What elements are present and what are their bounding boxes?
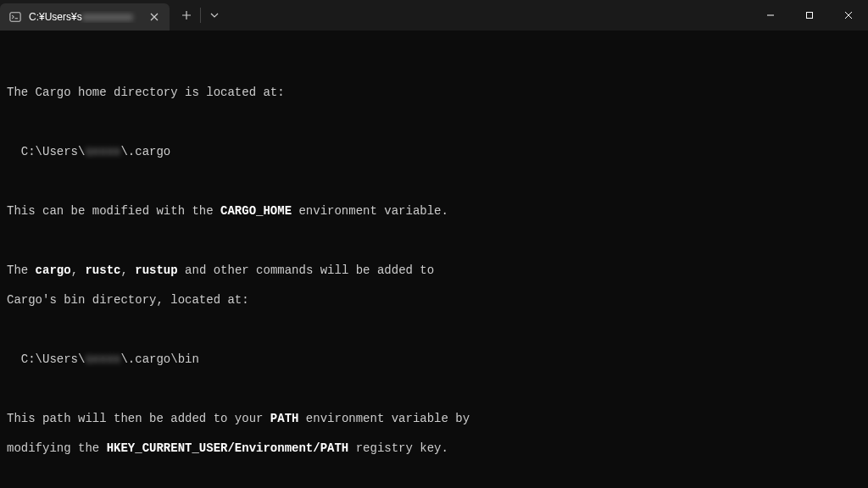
redacted-username: sxxxx: [85, 145, 120, 160]
registry-key: HKEY_CURRENT_USER/Environment/PATH: [107, 441, 349, 455]
tab-actions: [170, 0, 231, 30]
output-text: ,: [71, 263, 86, 277]
output-text: and other commands will be added to: [178, 263, 434, 277]
tab-close-button[interactable]: [147, 10, 161, 24]
terminal-icon: [8, 10, 22, 24]
minimize-button[interactable]: [751, 0, 790, 30]
svg-rect-0: [10, 13, 20, 22]
output-text: C:\Users\: [7, 352, 85, 366]
output-text: The: [7, 263, 36, 277]
output-text: environment variable by: [298, 412, 470, 425]
output-text: \.cargo\bin: [120, 352, 198, 366]
window-controls: [751, 0, 868, 30]
output-text: This can be modified with the: [7, 204, 220, 218]
svg-rect-1: [807, 13, 813, 19]
redacted-username: sxxxx: [85, 352, 120, 368]
output-text: registry key.: [348, 441, 448, 455]
output-text: Cargo's bin directory, located at:: [7, 293, 249, 307]
output-text: C:\Users\: [7, 145, 85, 158]
env-var: PATH: [270, 412, 299, 425]
tab-title: C:¥Users¥sxxxxxxxxxx: [29, 11, 141, 23]
maximize-button[interactable]: [790, 0, 829, 30]
output-text: The Cargo home directory is located at:: [7, 86, 285, 99]
cmd-name: rustup: [135, 263, 177, 277]
new-tab-button[interactable]: [175, 3, 198, 27]
cmd-name: cargo: [36, 263, 71, 277]
terminal-tab[interactable]: C:¥Users¥sxxxxxxxxxx: [0, 3, 170, 30]
env-var: CARGO_HOME: [220, 204, 292, 218]
close-button[interactable]: [829, 0, 868, 30]
output-text: ,: [120, 263, 135, 277]
cmd-name: rustc: [85, 263, 120, 277]
output-text: modifying the: [7, 441, 107, 455]
output-text: This path will then be added to your: [7, 412, 270, 425]
titlebar: C:¥Users¥sxxxxxxxxxx: [0, 0, 868, 30]
output-text: \.cargo: [120, 145, 170, 158]
output-text: environment variable.: [292, 204, 448, 218]
divider: [200, 8, 201, 23]
terminal-output[interactable]: The Cargo home directory is located at: …: [0, 30, 868, 488]
tab-dropdown-button[interactable]: [203, 3, 226, 27]
